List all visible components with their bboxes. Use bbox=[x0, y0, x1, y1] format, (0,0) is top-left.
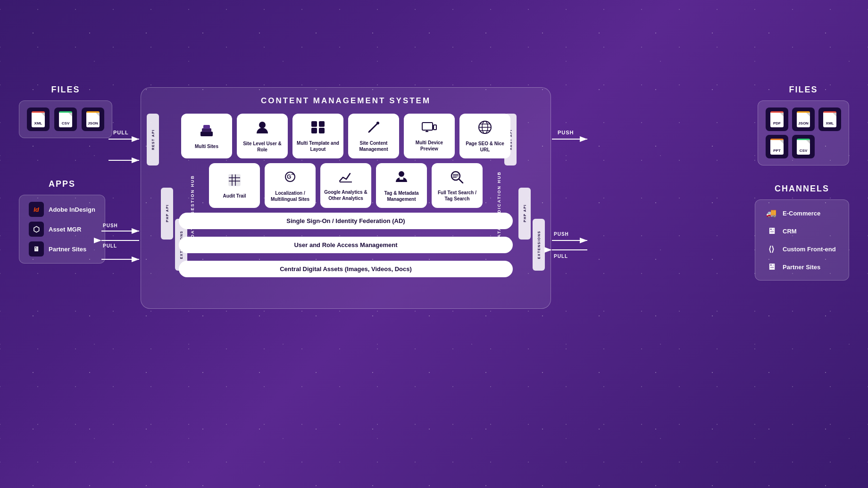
right-files-section: FILES PDF JSON XML PPT CSV bbox=[758, 85, 849, 165]
right-files-title: FILES bbox=[758, 85, 849, 95]
indesign-icon: Id bbox=[29, 202, 44, 217]
left-apps-title: APPS bbox=[19, 179, 105, 189]
partner-icon: 🖥 bbox=[29, 241, 44, 256]
full-text-search-label: Full Text Search / Tag Search bbox=[435, 190, 479, 202]
card-multi-sites: Multi Sites bbox=[181, 114, 232, 158]
left-rest-api-bar: REST API bbox=[147, 114, 159, 165]
crm-label: CRM bbox=[783, 228, 797, 235]
svg-rect-17 bbox=[202, 128, 211, 132]
card-audit-trail: Audit Trail bbox=[209, 163, 260, 208]
svg-text:G: G bbox=[287, 174, 291, 180]
partner-sites-label: Partner Sites bbox=[783, 264, 820, 271]
csv-icon-right: CSV bbox=[797, 139, 810, 155]
card-site-content: Site Content Management bbox=[348, 114, 399, 158]
site-level-user-icon bbox=[256, 120, 269, 138]
svg-text:PUSH: PUSH bbox=[558, 130, 574, 135]
xml-doc-icon: XML bbox=[32, 111, 45, 127]
svg-rect-34 bbox=[229, 174, 240, 186]
asset-icon: ⬡ bbox=[29, 222, 44, 237]
page-seo-label: Page SEO & Nice URL bbox=[463, 141, 507, 153]
app-item-indesign: Id Adobe InDesign bbox=[29, 202, 95, 217]
digital-assets-bar: Central Digital Assets (Images, Videos, … bbox=[179, 261, 513, 277]
card-analytics: Google Analytics & Other Analytics bbox=[320, 163, 371, 208]
pdf-icon: PDF bbox=[770, 111, 784, 127]
site-level-user-label: Site Level User & Role bbox=[241, 141, 284, 153]
card-site-level-user: Site Level User & Role bbox=[237, 114, 288, 158]
card-localization: G Localization / Multilingual Sites bbox=[265, 163, 316, 208]
right-php-api-label: PHP API bbox=[523, 204, 526, 222]
localization-icon: G bbox=[283, 170, 297, 187]
json-file-chip: JSON bbox=[82, 108, 104, 131]
svg-point-19 bbox=[259, 122, 266, 128]
svg-text:PULL: PULL bbox=[113, 130, 129, 135]
json-icon-right: JSON bbox=[797, 111, 810, 127]
left-files-title: FILES bbox=[19, 85, 112, 95]
svg-rect-43 bbox=[400, 177, 403, 180]
cms-container: CONTENT MANAGEMENT SYSTEM REST API PHP A… bbox=[141, 87, 551, 309]
svg-rect-21 bbox=[319, 121, 325, 127]
cms-inner: Multi Sites Site Level User & Role bbox=[179, 114, 513, 299]
multi-device-icon bbox=[422, 121, 437, 137]
right-php-api-bar: PHP API bbox=[518, 188, 531, 240]
csv-chip-right: CSV bbox=[792, 135, 815, 158]
left-rest-api-label: REST API bbox=[151, 129, 155, 150]
partner-sites-icon: 🖥 bbox=[765, 260, 778, 273]
feature-row-1: Multi Sites Site Level User & Role bbox=[179, 114, 513, 158]
multi-sites-icon bbox=[200, 124, 214, 141]
site-content-icon bbox=[367, 121, 380, 137]
svg-point-24 bbox=[376, 122, 379, 124]
digital-assets-label: Central Digital Assets (Images, Videos, … bbox=[280, 265, 412, 273]
left-apps-box: Id Adobe InDesign ⬡ Asset MGR 🖥 Partner … bbox=[19, 195, 105, 264]
site-content-label: Site Content Management bbox=[352, 140, 395, 152]
full-text-search-icon bbox=[450, 170, 464, 187]
analytics-icon bbox=[339, 171, 353, 186]
card-full-text-search: Full Text Search / Tag Search bbox=[432, 163, 483, 208]
right-channels-section: CHANNELS 🚚 E-Commerce 🖥 CRM ⟨⟩ Custom Fr… bbox=[755, 184, 849, 281]
left-files-box: XML CSV JSON bbox=[19, 100, 112, 138]
tag-metadata-label: Tag & Metadata Management bbox=[380, 190, 423, 202]
app-item-asset: ⬡ Asset MGR bbox=[29, 222, 95, 237]
svg-text:PULL: PULL bbox=[554, 254, 568, 259]
sso-label: Single Sign-On / Identity Federation (AD… bbox=[286, 217, 405, 224]
user-role-label: User and Role Access Management bbox=[294, 241, 397, 248]
right-files-box: PDF JSON XML PPT CSV bbox=[758, 100, 849, 165]
svg-line-45 bbox=[459, 179, 463, 183]
multi-template-icon bbox=[311, 121, 325, 137]
svg-rect-16 bbox=[200, 132, 213, 136]
asset-label: Asset MGR bbox=[49, 226, 81, 233]
ecommerce-label: E-Commerce bbox=[783, 210, 820, 217]
card-page-seo: Page SEO & Nice URL bbox=[459, 114, 510, 158]
svg-rect-18 bbox=[203, 125, 210, 129]
ppt-icon: PPT bbox=[770, 139, 784, 155]
app-item-partner: 🖥 Partner Sites bbox=[29, 241, 95, 256]
pdf-chip: PDF bbox=[766, 108, 788, 131]
channel-ecommerce: 🚚 E-Commerce bbox=[765, 207, 839, 220]
right-channels-title: CHANNELS bbox=[755, 184, 849, 194]
left-apps-section: APPS Id Adobe InDesign ⬡ Asset MGR 🖥 Par… bbox=[19, 179, 105, 264]
sso-bar: Single Sign-On / Identity Federation (AD… bbox=[179, 213, 513, 229]
channel-partner-sites: 🖥 Partner Sites bbox=[765, 260, 839, 273]
audit-trail-label: Audit Trail bbox=[223, 193, 246, 199]
right-channels-box: 🚚 E-Commerce 🖥 CRM ⟨⟩ Custom Front-end 🖥… bbox=[755, 199, 849, 281]
xml-file-chip: XML bbox=[27, 108, 50, 131]
svg-rect-25 bbox=[422, 123, 433, 130]
bottom-bars: Single Sign-On / Identity Federation (AD… bbox=[179, 213, 513, 281]
json-doc-icon: JSON bbox=[86, 111, 100, 127]
channel-custom-frontend: ⟨⟩ Custom Front-end bbox=[765, 242, 839, 256]
svg-rect-23 bbox=[319, 128, 325, 133]
card-multi-template: Multi Template and Layout bbox=[292, 114, 343, 158]
svg-rect-26 bbox=[434, 125, 436, 130]
tag-metadata-icon bbox=[395, 170, 408, 187]
analytics-label: Google Analytics & Other Analytics bbox=[324, 189, 367, 201]
audit-trail-icon bbox=[228, 174, 241, 190]
svg-text:PUSH: PUSH bbox=[554, 232, 569, 237]
localization-label: Localization / Multilingual Sites bbox=[268, 190, 312, 202]
ppt-chip: PPT bbox=[766, 135, 788, 158]
left-php-api-label: PHP API bbox=[166, 204, 169, 222]
indesign-label: Adobe InDesign bbox=[49, 206, 95, 213]
page-seo-icon bbox=[478, 120, 492, 138]
user-role-bar: User and Role Access Management bbox=[179, 237, 513, 253]
channel-crm: 🖥 CRM bbox=[765, 224, 839, 238]
right-extensions-bar: EXTENSIONS bbox=[533, 219, 545, 271]
crm-icon: 🖥 bbox=[765, 224, 778, 238]
